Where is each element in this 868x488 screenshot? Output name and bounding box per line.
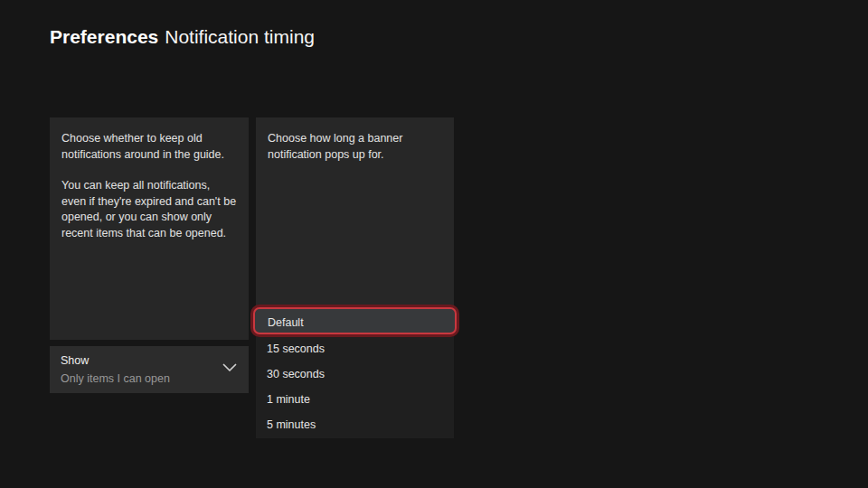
timing-option-15-seconds[interactable]: 15 seconds (256, 336, 454, 361)
timing-options-list: Default 15 seconds 30 seconds 1 minute 5… (256, 307, 454, 438)
banner-timing-description-panel: Choose how long a banner notification po… (256, 117, 454, 307)
chevron-down-icon (222, 363, 237, 372)
keep-notifications-description-2: You can keep all notifications, even if … (61, 178, 237, 241)
breadcrumb-section: Preferences (50, 26, 158, 47)
breadcrumb-page: Notification timing (165, 26, 315, 47)
keep-notifications-description-1: Choose whether to keep old notifications… (61, 131, 237, 163)
timing-option-5-minutes[interactable]: 5 minutes (256, 412, 454, 437)
timing-option-30-seconds[interactable]: 30 seconds (256, 361, 454, 387)
timing-option-1-minute[interactable]: 1 minute (256, 387, 454, 412)
keep-notifications-description-panel: Choose whether to keep old notifications… (50, 117, 249, 340)
notification-timing-screen: PreferencesNotification timing Choose wh… (0, 0, 868, 488)
show-dropdown-label: Show (61, 354, 238, 367)
timing-option-default[interactable]: Default (253, 307, 457, 334)
show-dropdown-value: Only items I can open (61, 372, 238, 385)
page-title: PreferencesNotification timing (50, 26, 315, 48)
show-dropdown[interactable]: Show Only items I can open (50, 346, 249, 393)
banner-timing-description: Choose how long a banner notification po… (268, 131, 442, 163)
